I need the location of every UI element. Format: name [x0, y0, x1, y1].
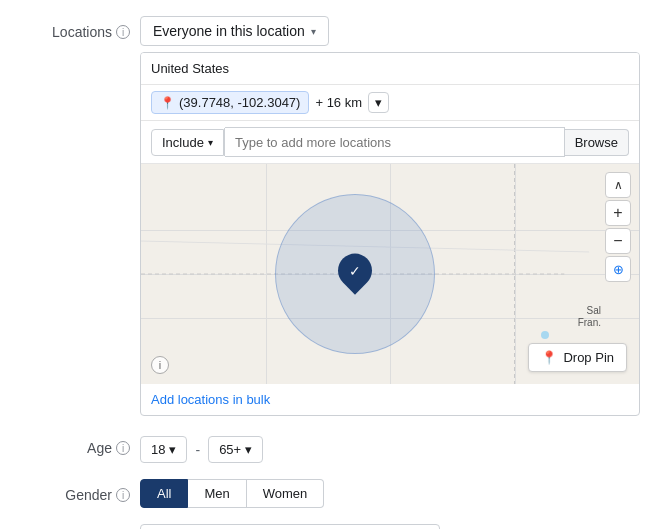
- map-city-label: Sal Fran.: [578, 305, 601, 329]
- age-label-group: Age i: [20, 432, 140, 456]
- browse-button[interactable]: Browse: [565, 129, 629, 156]
- age-info-icon[interactable]: i: [116, 441, 130, 455]
- map-pin-check: ✓: [349, 263, 361, 279]
- age-min-dropdown[interactable]: 18 ▾: [140, 436, 187, 463]
- add-location-input[interactable]: [225, 127, 565, 157]
- gender-label-group: Gender i: [20, 479, 140, 503]
- drop-pin-icon: 📍: [541, 350, 557, 365]
- map-zoom-expand[interactable]: ∧: [605, 172, 631, 198]
- location-country: United States: [151, 61, 229, 76]
- include-row: Include ▾ Browse: [141, 121, 639, 164]
- map-container: ✓ Sal Fran. ∧ + − ⊕: [141, 164, 639, 384]
- gender-all-button[interactable]: All: [140, 479, 188, 508]
- gender-men-button[interactable]: Men: [188, 479, 246, 508]
- gender-button-group: All Men Women: [140, 479, 640, 508]
- location-tag-row: 📍 (39.7748, -102.3047) + 16 km ▾: [141, 85, 639, 121]
- locations-content: Everyone in this location ▾ United State…: [140, 16, 640, 416]
- location-type-chevron: ▾: [311, 26, 316, 37]
- add-bulk-link[interactable]: Add locations in bulk: [141, 384, 280, 415]
- languages-label-group: Languages i: [20, 524, 140, 529]
- age-max-dropdown[interactable]: 65+ ▾: [208, 436, 263, 463]
- map-pin-icon: ✓: [331, 247, 379, 295]
- age-separator: -: [195, 442, 200, 458]
- gender-content: All Men Women: [140, 479, 640, 508]
- age-min-chevron: ▾: [169, 442, 176, 457]
- map-pin: ✓: [338, 254, 372, 288]
- age-content: 18 ▾ - 65+ ▾: [140, 432, 640, 463]
- include-label: Include: [162, 135, 204, 150]
- km-chevron: ▾: [375, 95, 382, 110]
- location-pin-icon: 📍: [160, 96, 175, 110]
- include-chevron: ▾: [208, 137, 213, 148]
- location-type-dropdown[interactable]: Everyone in this location ▾: [140, 16, 329, 46]
- languages-content: [140, 524, 640, 529]
- location-country-header: United States: [141, 53, 639, 85]
- location-tag[interactable]: 📍 (39.7748, -102.3047): [151, 91, 309, 114]
- include-button[interactable]: Include ▾: [151, 129, 224, 156]
- drop-pin-button[interactable]: 📍 Drop Pin: [528, 343, 627, 372]
- age-label: Age: [87, 440, 112, 456]
- gender-row: Gender i All Men Women: [20, 479, 640, 508]
- map-info-icon[interactable]: i: [151, 356, 169, 374]
- km-dropdown[interactable]: ▾: [368, 92, 389, 113]
- languages-row: Languages i: [20, 524, 640, 529]
- languages-input[interactable]: [140, 524, 440, 529]
- page-wrapper: Locations i Everyone in this location ▾ …: [0, 0, 660, 529]
- location-box: United States 📍 (39.7748, -102.3047) + 1…: [140, 52, 640, 416]
- location-coordinates: (39.7748, -102.3047): [179, 95, 300, 110]
- gender-women-button[interactable]: Women: [247, 479, 325, 508]
- age-min-value: 18: [151, 442, 165, 457]
- drop-pin-label: Drop Pin: [563, 350, 614, 365]
- map-zoom-out[interactable]: −: [605, 228, 631, 254]
- map-zoom-in[interactable]: +: [605, 200, 631, 226]
- gender-label: Gender: [65, 487, 112, 503]
- locations-label: Locations: [52, 24, 112, 40]
- age-row: Age i 18 ▾ - 65+ ▾: [20, 432, 640, 463]
- map-locate-button[interactable]: ⊕: [605, 256, 631, 282]
- map-water-dot: [541, 331, 549, 339]
- locations-label-group: Locations i: [20, 16, 140, 40]
- location-type-value: Everyone in this location: [153, 23, 305, 39]
- age-max-value: 65+: [219, 442, 241, 457]
- location-distance: + 16 km: [315, 95, 362, 110]
- age-max-chevron: ▾: [245, 442, 252, 457]
- map-controls: ∧ + − ⊕: [605, 172, 631, 282]
- gender-info-icon[interactable]: i: [116, 488, 130, 502]
- locations-info-icon[interactable]: i: [116, 25, 130, 39]
- locations-row: Locations i Everyone in this location ▾ …: [20, 16, 640, 416]
